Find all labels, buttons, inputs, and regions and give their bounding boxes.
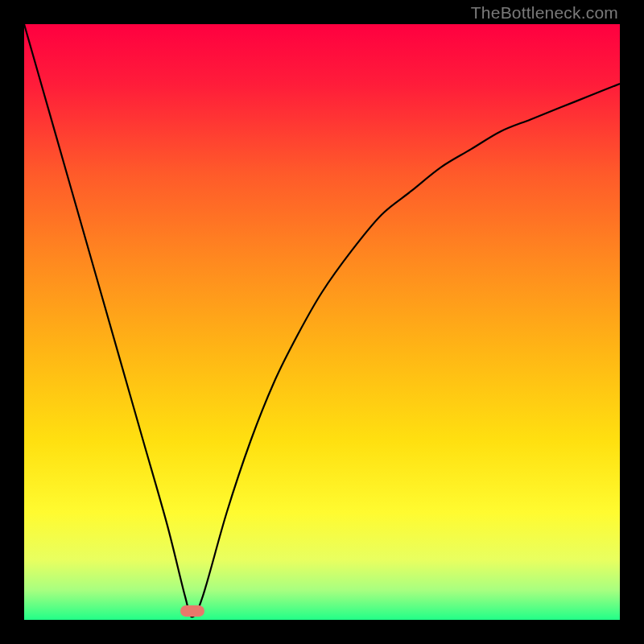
watermark-text: TheBottleneck.com — [471, 3, 618, 23]
chart-frame: TheBottleneck.com — [0, 0, 644, 644]
plot-area — [24, 24, 620, 620]
optimal-marker — [180, 605, 204, 617]
bottleneck-curve — [24, 24, 620, 620]
